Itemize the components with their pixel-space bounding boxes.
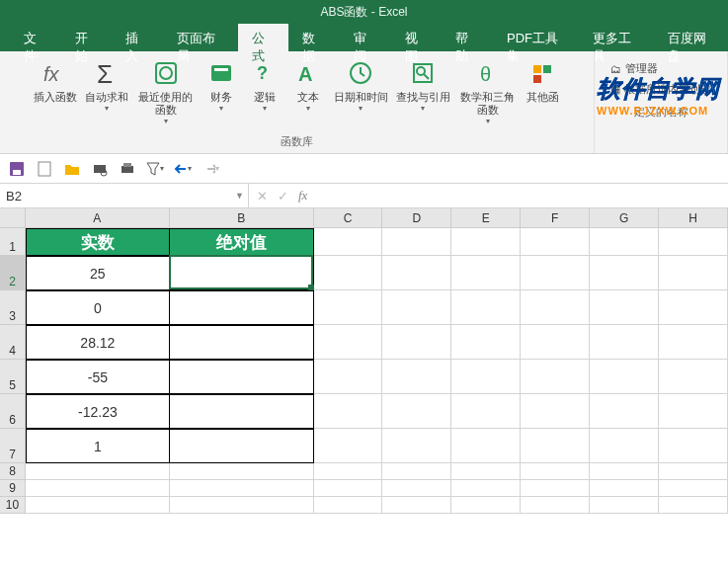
row-header[interactable]: 6: [0, 394, 26, 429]
cell[interactable]: [26, 497, 170, 514]
table-header-cell[interactable]: 实数: [26, 228, 170, 256]
menu-tab-11[interactable]: 百度网盘: [654, 24, 728, 51]
math-button[interactable]: θ 数学和三角函数▾: [454, 55, 522, 128]
cell[interactable]: -55: [26, 360, 170, 394]
row-header[interactable]: 9: [0, 480, 26, 497]
cell[interactable]: [314, 480, 383, 497]
save-icon[interactable]: [8, 160, 26, 178]
menu-tab-4[interactable]: 公式: [238, 24, 289, 51]
other-functions-button[interactable]: 其他函: [522, 55, 565, 106]
cell[interactable]: [314, 325, 383, 360]
menu-tab-2[interactable]: 插入: [112, 24, 163, 51]
cell[interactable]: [590, 463, 659, 480]
cell[interactable]: [382, 394, 451, 429]
table-header-cell[interactable]: 绝对值: [170, 228, 314, 256]
cell[interactable]: [521, 463, 590, 480]
cell[interactable]: [590, 429, 659, 463]
print-icon[interactable]: [119, 160, 136, 178]
cell[interactable]: [451, 360, 521, 394]
cell[interactable]: [314, 360, 383, 394]
spreadsheet-grid[interactable]: ABCDEFGH1实数绝对值22530428.125-556-12.237189…: [0, 208, 728, 514]
cell[interactable]: [521, 429, 590, 463]
row-header[interactable]: 4: [0, 325, 26, 360]
logical-button[interactable]: ? 逻辑▾: [243, 55, 286, 116]
cell[interactable]: [314, 429, 383, 463]
cell[interactable]: 28.12: [26, 325, 170, 360]
cell[interactable]: 25: [26, 256, 170, 290]
menu-tab-7[interactable]: 视图: [391, 24, 443, 51]
name-box[interactable]: B2 ▼: [0, 184, 249, 207]
cancel-formula-icon[interactable]: ✕: [257, 189, 268, 204]
col-header[interactable]: F: [521, 208, 590, 227]
cell[interactable]: [590, 290, 659, 325]
cell[interactable]: [590, 228, 659, 256]
formula-input[interactable]: [315, 184, 728, 207]
cell[interactable]: [451, 394, 521, 429]
cell[interactable]: [314, 256, 383, 290]
cell[interactable]: [521, 325, 590, 360]
cell[interactable]: [314, 290, 383, 325]
cell[interactable]: [314, 463, 383, 480]
financial-button[interactable]: 财务▾: [200, 55, 243, 116]
cell[interactable]: [170, 256, 314, 290]
cell[interactable]: [451, 429, 521, 463]
cell[interactable]: [382, 256, 451, 290]
col-header[interactable]: E: [451, 208, 521, 227]
cell[interactable]: [451, 228, 521, 256]
cell[interactable]: [314, 228, 383, 256]
menu-tab-0[interactable]: 文件: [10, 24, 61, 51]
cell[interactable]: [451, 480, 521, 497]
cell[interactable]: [451, 325, 521, 360]
cell[interactable]: [521, 360, 590, 394]
cell[interactable]: [521, 497, 590, 514]
cell[interactable]: [170, 360, 314, 394]
filter-icon[interactable]: ▾: [146, 160, 164, 178]
menu-tab-10[interactable]: 更多工具: [579, 24, 653, 51]
menu-tab-3[interactable]: 页面布局: [163, 24, 237, 51]
cell[interactable]: [659, 480, 728, 497]
cell[interactable]: [659, 463, 728, 480]
cell[interactable]: [314, 497, 383, 514]
cell[interactable]: [382, 497, 451, 514]
row-header[interactable]: 8: [0, 463, 26, 480]
cell[interactable]: [590, 360, 659, 394]
cell[interactable]: [314, 394, 383, 429]
menu-tab-8[interactable]: 帮助: [442, 24, 493, 51]
datetime-button[interactable]: 日期和时间▾: [330, 55, 392, 116]
menu-tab-1[interactable]: 开始: [61, 24, 113, 51]
cell[interactable]: [170, 325, 314, 360]
enter-formula-icon[interactable]: ✓: [278, 189, 288, 204]
cell[interactable]: [26, 463, 170, 480]
cell[interactable]: [590, 480, 659, 497]
insert-function-button[interactable]: fx 插入函数: [30, 55, 81, 106]
cell[interactable]: [659, 360, 728, 394]
print-preview-icon[interactable]: [91, 160, 109, 178]
select-all-corner[interactable]: [0, 208, 26, 227]
col-header[interactable]: A: [26, 208, 170, 227]
cell[interactable]: [659, 228, 728, 256]
cell[interactable]: [521, 256, 590, 290]
cell[interactable]: [382, 429, 451, 463]
undo-icon[interactable]: ▾: [174, 160, 192, 178]
cell[interactable]: [170, 394, 314, 429]
menu-tab-9[interactable]: PDF工具集: [493, 24, 579, 51]
menu-tab-6[interactable]: 审阅: [340, 24, 391, 51]
cell[interactable]: [382, 290, 451, 325]
row-header[interactable]: 3: [0, 290, 26, 325]
row-header[interactable]: 5: [0, 360, 26, 394]
cell[interactable]: [521, 394, 590, 429]
cell[interactable]: [521, 290, 590, 325]
row-header[interactable]: 2: [0, 256, 26, 290]
cell[interactable]: [659, 290, 728, 325]
cell[interactable]: [451, 256, 521, 290]
cell[interactable]: [659, 429, 728, 463]
cell[interactable]: [382, 480, 451, 497]
col-header[interactable]: D: [382, 208, 451, 227]
cell[interactable]: [170, 497, 314, 514]
col-header[interactable]: H: [659, 208, 728, 227]
col-header[interactable]: G: [590, 208, 659, 227]
cell[interactable]: 1: [26, 429, 170, 463]
cell[interactable]: 0: [26, 290, 170, 325]
cell[interactable]: [170, 290, 314, 325]
autosum-button[interactable]: Σ 自动求和▾: [81, 55, 132, 116]
